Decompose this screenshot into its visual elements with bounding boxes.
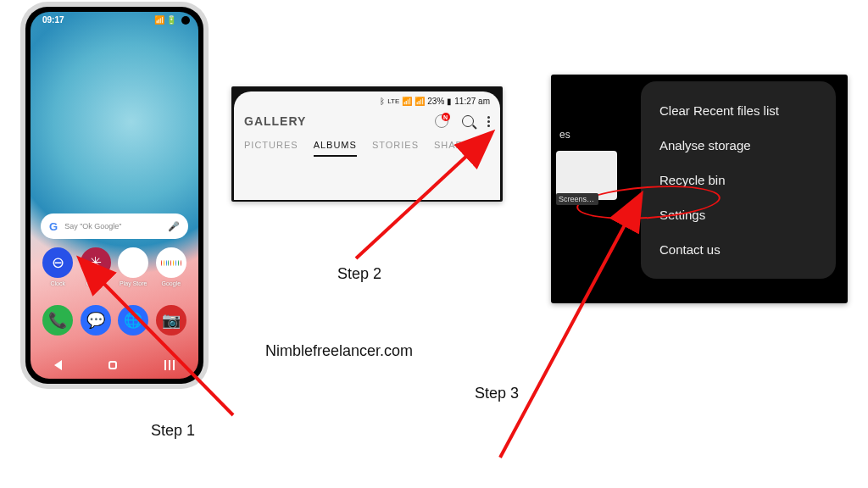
arrow-step2 (356, 152, 470, 258)
thumbnail-caption: Screens… (556, 193, 598, 205)
arrow-step1 (100, 280, 233, 415)
annotation-arrows (0, 0, 868, 488)
arrow-step3 (500, 220, 627, 458)
